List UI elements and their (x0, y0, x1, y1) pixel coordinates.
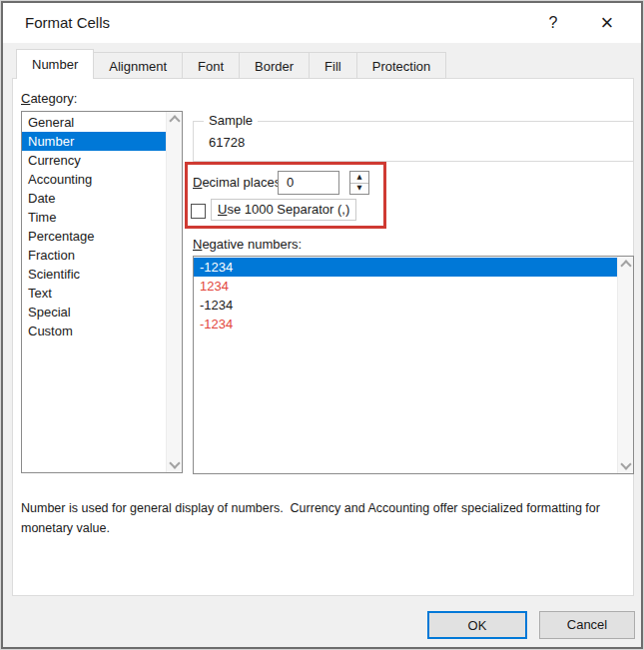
close-icon[interactable]: × (590, 3, 624, 43)
decimal-places-label: Decimal places: (193, 171, 285, 195)
use-1000-separator-label[interactable]: Use 1000 Separator (,) (211, 199, 356, 221)
category-item-text[interactable]: Text (22, 284, 167, 303)
negative-numbers-listbox: -1234 1234 -1234 -1234 (193, 256, 634, 474)
category-listbox: General Number Currency Accounting Date … (21, 111, 183, 473)
sample-legend: Sample (204, 113, 258, 128)
category-item-general[interactable]: General (22, 113, 167, 132)
ok-button[interactable]: OK (427, 611, 527, 639)
negative-numbers-items: -1234 1234 -1234 -1234 (194, 258, 618, 333)
decimal-places-label-rest: ecimal places: (202, 175, 284, 190)
category-item-time[interactable]: Time (22, 208, 167, 227)
category-item-currency[interactable]: Currency (22, 151, 167, 170)
negative-numbers-mnemonic: N (193, 237, 202, 252)
number-tab-page: Category: General Number Currency Accoun… (12, 78, 634, 596)
tab-alignment[interactable]: Alignment (93, 52, 183, 79)
format-cells-dialog: Format Cells ? × Number Alignment Font B… (1, 1, 643, 649)
tab-fill[interactable]: Fill (309, 52, 357, 79)
spin-down-icon[interactable]: ▼ (350, 183, 368, 194)
category-items: General Number Currency Accounting Date … (22, 113, 167, 340)
use-1000-separator-mnemonic: U (218, 202, 227, 217)
category-label-rest: ategory: (30, 91, 77, 106)
tab-font[interactable]: Font (182, 52, 240, 79)
negative-numbers-label-rest: egative numbers: (202, 237, 302, 252)
tab-border[interactable]: Border (239, 52, 310, 79)
negative-numbers-scrollbar[interactable] (617, 257, 633, 473)
category-label: Category: (21, 91, 77, 106)
category-scrollbar[interactable] (166, 112, 182, 472)
category-item-date[interactable]: Date (22, 189, 167, 208)
use-1000-separator-checkbox[interactable] (191, 204, 206, 219)
scroll-up-icon[interactable] (169, 115, 180, 126)
decimal-places-stepper: ▲ ▼ (349, 171, 369, 195)
help-icon[interactable]: ? (536, 3, 570, 43)
tab-number[interactable]: Number (16, 49, 94, 79)
negative-format-option[interactable]: -1234 (194, 296, 618, 315)
sample-groupbox: Sample 61728 (193, 121, 634, 162)
tab-protection[interactable]: Protection (356, 52, 447, 79)
negative-format-option[interactable]: -1234 (194, 258, 618, 277)
category-item-percentage[interactable]: Percentage (22, 227, 167, 246)
negative-numbers-label: Negative numbers: (193, 237, 302, 252)
decimal-places-input[interactable]: 0 (278, 171, 339, 195)
category-item-fraction[interactable]: Fraction (22, 246, 167, 265)
cancel-button[interactable]: Cancel (539, 611, 635, 639)
category-item-scientific[interactable]: Scientific (22, 265, 167, 284)
category-item-custom[interactable]: Custom (22, 322, 167, 340)
scroll-up-icon[interactable] (620, 260, 631, 271)
dialog-title: Format Cells (25, 3, 110, 43)
category-item-accounting[interactable]: Accounting (22, 170, 167, 189)
negative-format-option[interactable]: -1234 (194, 315, 618, 333)
tab-strip: Number Alignment Font Border Fill Protec… (16, 49, 446, 79)
scroll-down-icon[interactable] (620, 458, 631, 469)
category-description: Number is used for general display of nu… (21, 499, 608, 538)
decimal-places-mnemonic: D (193, 175, 202, 190)
category-item-special[interactable]: Special (22, 303, 167, 322)
category-item-number[interactable]: Number (22, 132, 167, 151)
scroll-down-icon[interactable] (169, 457, 180, 468)
title-bar: Format Cells ? × (3, 3, 641, 43)
category-label-mnemonic: C (21, 91, 30, 106)
use-1000-separator-label-rest: se 1000 Separator (,) (227, 202, 349, 217)
negative-format-option[interactable]: 1234 (194, 277, 618, 296)
sample-value: 61728 (209, 135, 245, 150)
